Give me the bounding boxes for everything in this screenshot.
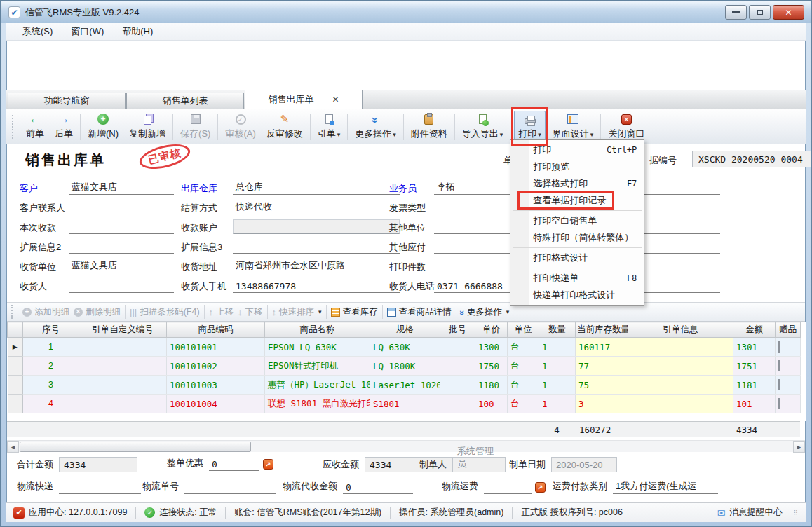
col-price[interactable]: 单价 xyxy=(475,322,508,338)
payment-now-field[interactable] xyxy=(69,219,174,234)
menu-help[interactable]: 帮助(H) xyxy=(113,23,162,40)
attachments-button[interactable]: 附件资料 xyxy=(407,111,451,143)
menu-item-view-print-records[interactable]: 查看单据打印记录 xyxy=(510,192,644,209)
receiver-unit-field[interactable]: 蓝猫文具店 xyxy=(69,259,174,273)
doc-no-label: 据编号 xyxy=(649,154,677,167)
scroll-right-arrow[interactable]: ► xyxy=(793,441,805,453)
col-product-name[interactable]: 商品名称 xyxy=(265,322,370,338)
ext-info3-field[interactable] xyxy=(233,239,400,254)
scrollbar-thumb[interactable] xyxy=(20,442,251,452)
detail-more-actions-button[interactable]: »更多操作▾ xyxy=(461,306,510,318)
gift-checkbox[interactable] xyxy=(778,341,780,353)
menu-item-print-blank-sales[interactable]: 打印空白销售单 xyxy=(510,212,644,229)
view-product-detail-button[interactable]: 查看商品详情 xyxy=(387,306,452,318)
message-center-link[interactable]: 消息提醒中心 xyxy=(729,507,782,519)
prev-doc-button[interactable]: ←前单 xyxy=(22,111,48,143)
calc-icon[interactable]: ↗ xyxy=(535,482,546,493)
table-row[interactable]: 4 100101004 联想 S1801 黑白激光打印机 S1801 100 台… xyxy=(8,395,801,413)
copy-new-button[interactable]: 复制新增 xyxy=(126,111,169,143)
import-export-button[interactable]: 导入导出▾ xyxy=(459,111,507,143)
receiver-mobile-field[interactable]: 13488667978 xyxy=(233,278,400,293)
ext-info2-field[interactable] xyxy=(69,239,174,254)
tab-function-nav[interactable]: 功能导航窗 xyxy=(8,93,126,109)
logistics-no-label: 物流单号 xyxy=(142,480,179,494)
receiver-field[interactable] xyxy=(69,278,174,293)
table-row[interactable]: ▶ 1 100101001 EPSON LQ-630K LQ-630K 1300… xyxy=(8,338,801,357)
menu-item-label: 快递单打印格式设计 xyxy=(533,289,615,301)
scan-barcode-button: |||扫描条形码(F4) xyxy=(130,306,200,318)
ref-doc-button[interactable]: 引单▾ xyxy=(314,111,344,143)
horizontal-scrollbar[interactable]: ◄ ► xyxy=(7,440,805,452)
menu-system[interactable]: 系统(S) xyxy=(13,23,62,40)
maximize-button[interactable] xyxy=(749,5,771,20)
settle-method-field[interactable]: 快递代收 xyxy=(233,200,400,214)
customer-field[interactable]: 蓝猫文具店 xyxy=(69,180,174,195)
menu-item-label: 打印预览 xyxy=(533,160,569,173)
new-button[interactable]: +新增(N) xyxy=(84,111,122,143)
gift-checkbox[interactable] xyxy=(778,360,780,371)
ship-address-field[interactable]: 河南省郑州市金水区中原路 xyxy=(233,259,400,273)
menu-item-express-format-design[interactable]: 快递单打印格式设计 xyxy=(510,287,644,303)
col-amount[interactable]: 金额 xyxy=(733,322,776,338)
cell-spec: LaserJet 1020 xyxy=(370,376,440,395)
calc-icon[interactable]: ↗ xyxy=(263,459,273,470)
tab-sales-outbound[interactable]: 销售出库单 ✕ xyxy=(245,90,363,109)
cell-batch xyxy=(440,395,475,413)
tab-close-icon[interactable]: ✕ xyxy=(332,95,339,104)
customer-contact-field[interactable] xyxy=(69,200,174,214)
menu-item-select-format-print[interactable]: 选择格式打印F7 xyxy=(510,175,644,192)
menu-item-print-express[interactable]: 打印快递单F8 xyxy=(510,270,644,287)
table-row[interactable]: 2 100101002 EPSON针式打印机 LQ-1800K 1750 台 1… xyxy=(8,357,801,376)
cell-unit: 台 xyxy=(508,357,539,376)
menu-window[interactable]: 窗口(W) xyxy=(62,23,113,40)
warehouse-field[interactable]: 总仓库 xyxy=(233,180,400,195)
cell-seq: 3 xyxy=(23,376,79,395)
col-gift[interactable]: 赠品 xyxy=(776,322,801,338)
cell-qty: 1 xyxy=(539,357,576,376)
ui-design-icon xyxy=(567,114,578,124)
btn-label: 更多操作 xyxy=(355,128,391,139)
logistics-freight-label: 物流运费 xyxy=(442,480,478,494)
col-unit[interactable]: 单位 xyxy=(508,322,539,338)
print-button[interactable]: 打印▾ xyxy=(514,111,546,143)
gift-checkbox[interactable] xyxy=(778,398,780,409)
chevron-down-icon: ▾ xyxy=(393,131,396,138)
tab-sales-list[interactable]: 销售单列表 xyxy=(126,93,244,109)
next-doc-button[interactable]: →后单 xyxy=(51,111,76,143)
toolbar-separator xyxy=(80,114,81,140)
menu-item-special-print[interactable]: 特殊打印（简体转繁体） xyxy=(510,229,644,246)
col-qty[interactable]: 数量 xyxy=(539,322,576,338)
gift-checkbox[interactable] xyxy=(778,379,780,390)
close-button[interactable]: ✕ xyxy=(773,5,804,20)
menu-item-label: 查看单据打印记录 xyxy=(533,194,606,207)
close-window-button[interactable]: ✕关闭窗口 xyxy=(604,111,648,143)
menu-item-print-preview[interactable]: 打印预览 xyxy=(510,158,644,175)
logistics-freight-field[interactable] xyxy=(484,480,532,494)
discount-field[interactable]: 0 xyxy=(209,457,259,471)
resize-grip[interactable]: ⠿ xyxy=(793,509,799,516)
title-bar[interactable]: ✔ 信管飞RMS专业版 V9.2.424 ✕ xyxy=(1,1,811,23)
col-ref-no[interactable]: 引单自定义编号 xyxy=(79,322,167,338)
move-down-button: ↓下移 xyxy=(238,306,263,318)
col-ref-info[interactable]: 引单信息 xyxy=(628,322,733,338)
view-stock-button[interactable]: 查看库存 xyxy=(331,306,378,318)
col-stock[interactable]: 当前库存数量 xyxy=(576,322,628,338)
col-seq[interactable]: 序号 xyxy=(23,322,79,338)
logistics-express-field[interactable] xyxy=(59,480,141,494)
table-row[interactable]: 3 100101003 惠普（HP）LaserJet 1020 LaserJet… xyxy=(8,376,801,395)
btn-label: 前单 xyxy=(26,128,44,140)
scroll-left-arrow[interactable]: ◄ xyxy=(7,441,19,453)
menu-item-print-format-design[interactable]: 打印格式设计 xyxy=(510,249,644,266)
col-batch[interactable]: 批号 xyxy=(440,322,475,338)
col-product-code[interactable]: 商品编码 xyxy=(167,322,265,338)
ui-design-button[interactable]: 界面设计▾ xyxy=(549,111,597,143)
unaudit-edit-button[interactable]: ✎反审修改 xyxy=(263,111,306,143)
logistics-cod-field[interactable]: 0 xyxy=(343,480,413,494)
menu-item-print[interactable]: 打印Ctrl+P xyxy=(510,142,644,158)
minimize-button[interactable] xyxy=(725,5,747,20)
more-actions-button[interactable]: »更多操作▾ xyxy=(351,111,400,143)
freight-pay-type-field[interactable]: 1我方付运费(生成运 xyxy=(613,480,718,494)
logistics-no-field[interactable] xyxy=(184,480,276,494)
col-spec[interactable]: 规格 xyxy=(370,322,440,338)
print-dropdown-menu: 打印Ctrl+P 打印预览 选择格式打印F7 查看单据打印记录 打印空白销售单 … xyxy=(510,139,644,306)
